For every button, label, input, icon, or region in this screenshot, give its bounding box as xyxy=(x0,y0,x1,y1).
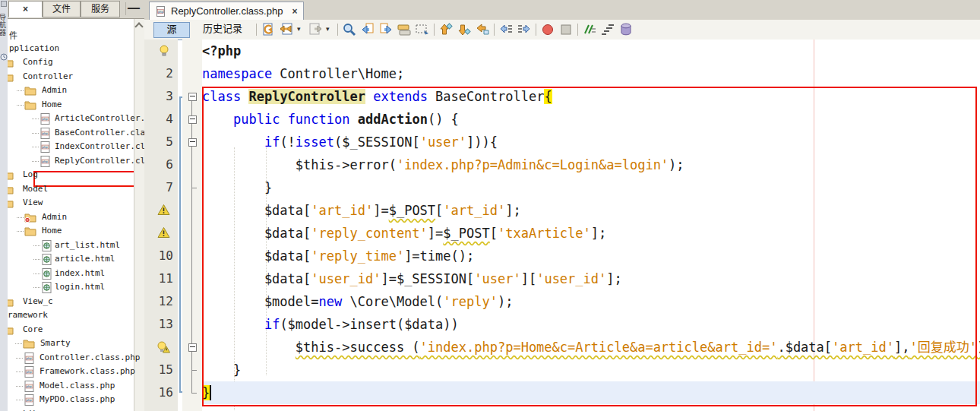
minimize-button[interactable]: — xyxy=(125,2,141,15)
fold-marker[interactable] xyxy=(182,131,202,153)
code-line-16[interactable]: } xyxy=(202,381,980,404)
tree-item-core[interactable]: Core xyxy=(8,323,134,337)
code-line-1[interactable]: <?php xyxy=(202,40,980,62)
gutter-line-10[interactable]: 10 xyxy=(144,245,178,267)
tree-item-model[interactable]: Model xyxy=(8,182,134,196)
code-line-7[interactable]: } xyxy=(202,176,980,199)
tab-files[interactable]: 文件 xyxy=(43,1,81,17)
code-line-10[interactable]: $data['reply_time']=time(); xyxy=(202,245,980,267)
tree-item-admin[interactable]: Admin xyxy=(8,210,134,224)
code-line-2[interactable]: namespace Controller\Home; xyxy=(202,62,980,85)
gutter-line-4[interactable]: 4 xyxy=(144,108,178,131)
tree-item-art-list-html[interactable]: art_list.html xyxy=(8,239,134,252)
fold-marker[interactable] xyxy=(182,336,202,359)
code-line-5[interactable]: if(!isset($_SESSION['user'])){ xyxy=(202,131,980,153)
last-edit-position-icon[interactable] xyxy=(261,22,276,37)
gutter-line-11[interactable]: 11 xyxy=(144,267,178,290)
code-line-9[interactable]: $data['reply_content']=$_POST['txaArticl… xyxy=(202,222,980,245)
toggle-comment-icon[interactable] xyxy=(582,22,597,37)
jump-forward-icon[interactable] xyxy=(308,22,323,37)
next-bookmark-icon[interactable] xyxy=(457,22,472,37)
shift-line-left-icon[interactable] xyxy=(498,22,514,37)
code-line-13[interactable]: if($model->insert($data)) xyxy=(202,313,980,336)
bulb-icon[interactable] xyxy=(144,40,178,62)
warn-icon[interactable] xyxy=(144,199,178,222)
toggle-bookmark-icon[interactable] xyxy=(475,22,490,37)
tree-item-indexcontroller-cla[interactable]: phpIndexController.cla xyxy=(8,140,134,153)
gutter-line-2[interactable]: 2 xyxy=(144,62,178,85)
gutter-line-7[interactable]: 7 xyxy=(144,176,178,199)
tree-item-label: Smarty xyxy=(40,338,71,348)
code-line-14[interactable]: $this->success ('index.php?p=Home&c=Arti… xyxy=(202,336,980,359)
tree-item-login-html[interactable]: login.html xyxy=(8,280,134,294)
tree-item-controller[interactable]: Controller xyxy=(8,70,134,84)
source-view-button[interactable]: 源 xyxy=(153,22,190,38)
gutter-line-16[interactable]: 16 xyxy=(144,381,178,404)
tab-services[interactable]: 服务 xyxy=(81,1,120,17)
tree-item-articlecontroller-c[interactable]: phpArticleController.c xyxy=(8,112,134,125)
tree-item-lib[interactable]: Lib xyxy=(8,407,134,411)
dropdown-arrow-icon[interactable]: ▾ xyxy=(326,25,330,33)
code-line-15[interactable]: } xyxy=(202,359,980,381)
tree-item-framework-class-php[interactable]: phpFramework.class.php xyxy=(8,365,134,378)
gutter-line-6[interactable]: 6 xyxy=(144,153,178,176)
tree-item-view[interactable]: View xyxy=(8,196,134,210)
memory-view-icon[interactable] xyxy=(618,22,634,37)
toggle-case-icon[interactable] xyxy=(600,22,615,37)
tree-item-smarty[interactable]: Smarty xyxy=(8,337,134,350)
code-line-11[interactable]: $data['user_id']=$_SESSION['user']['user… xyxy=(202,267,980,290)
tree-item-basecontroller-clas[interactable]: phpBaseController.clas xyxy=(8,126,134,140)
tree-item-mypdo-class-php[interactable]: phpMyPDO.class.php xyxy=(8,393,134,406)
tree-item-ramework[interactable]: ramework xyxy=(8,308,134,322)
warn-icon[interactable] xyxy=(144,222,178,245)
tree-item-home[interactable]: Home xyxy=(8,224,134,238)
clock-icon xyxy=(0,53,8,61)
fold-marker[interactable] xyxy=(182,108,202,131)
rectangular-selection-icon[interactable] xyxy=(415,22,430,37)
gutter-line-15[interactable]: 15 xyxy=(144,359,178,381)
code-line-4[interactable]: public function addAction() { xyxy=(202,108,980,131)
start-macro-recording-icon[interactable] xyxy=(540,22,555,37)
code-fold-column[interactable] xyxy=(182,40,202,411)
editor-tab[interactable]: php ReplyController.class.php × xyxy=(149,2,304,21)
code-line-6[interactable]: $this->error('index.php?p=Admin&c=Login&… xyxy=(202,153,980,176)
tab-projects[interactable]: × xyxy=(8,1,43,17)
toggle-highlight-icon[interactable] xyxy=(397,22,412,37)
next-occurrence-icon[interactable] xyxy=(378,22,394,37)
close-icon[interactable]: × xyxy=(23,4,28,14)
stop-macro-recording-icon[interactable] xyxy=(558,22,574,37)
line-number-gutter[interactable]: 234567101112131516 xyxy=(144,40,178,411)
dropdown-arrow-icon[interactable]: ▾ xyxy=(297,25,301,33)
tree-item-view-c[interactable]: View_c xyxy=(8,295,134,308)
code-editor[interactable]: <?phpnamespace Controller\Home;class Rep… xyxy=(202,40,980,411)
tree-item-admin[interactable]: Admin xyxy=(8,84,134,97)
code-line-8[interactable]: $data['art_id']=$_POST['art_id']; xyxy=(202,199,980,222)
tree-item-home[interactable]: Home xyxy=(8,98,134,112)
history-view-button[interactable]: 历史记录 xyxy=(196,22,249,36)
tree-item-replycontroller-cl[interactable]: phpReplyController.cl xyxy=(8,154,134,168)
close-icon[interactable]: × xyxy=(292,6,297,17)
gutter-line-12[interactable]: 12 xyxy=(144,290,178,313)
tree-item-article-html[interactable]: article.html xyxy=(8,252,134,266)
code-line-12[interactable]: $model=new \Core\Model('reply'); xyxy=(202,290,980,313)
shift-line-right-icon[interactable] xyxy=(517,22,532,37)
jump-back-icon[interactable] xyxy=(279,22,294,37)
scroll-up-icon[interactable] xyxy=(136,21,142,27)
gutter-line-3[interactable]: 3 xyxy=(144,85,178,108)
gutter-line-5[interactable]: 5 xyxy=(144,131,178,153)
tree-item-index-html[interactable]: index.html xyxy=(8,267,134,280)
tree-item-log[interactable]: Log xyxy=(8,168,134,182)
tree-item-controller-class-php[interactable]: phpController.class.php xyxy=(8,351,134,365)
gutter-line-13[interactable]: 13 xyxy=(144,313,178,336)
tree-item-config[interactable]: Config xyxy=(8,55,134,69)
bulbwarn-icon[interactable] xyxy=(144,336,178,359)
fold-marker[interactable] xyxy=(182,85,202,108)
tree-item-model-class-php[interactable]: phpModel.class.php xyxy=(8,379,134,393)
file-tree[interactable]: 件pplicationConfigControllerAdminHomephpA… xyxy=(8,19,144,411)
find-selection-icon[interactable] xyxy=(342,22,357,37)
code-line-3[interactable]: class ReplyController extends BaseContro… xyxy=(202,85,980,108)
previous-bookmark-icon[interactable] xyxy=(438,22,454,37)
previous-occurrence-icon[interactable] xyxy=(360,22,375,37)
tree-item-件[interactable]: 件 xyxy=(8,27,134,41)
tree-item-pplication[interactable]: pplication xyxy=(8,42,134,55)
